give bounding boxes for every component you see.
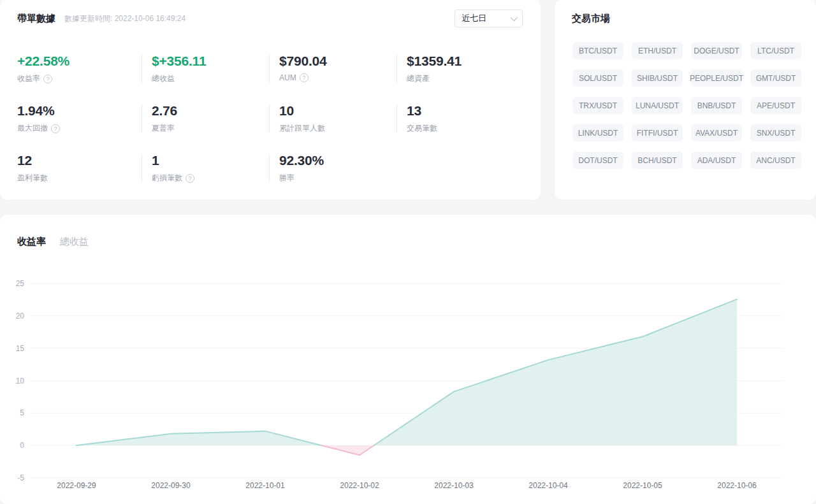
market-pair-chip[interactable]: GMT/USDT <box>750 69 801 87</box>
help-icon[interactable]: ? <box>51 124 60 133</box>
stat-label: 總收益 <box>152 73 269 84</box>
market-pair-chip[interactable]: TRX/USDT <box>572 97 623 114</box>
stat-label: 虧損筆數? <box>152 173 269 184</box>
stat-label: 累計跟單人數 <box>279 123 397 134</box>
stat-divider <box>142 104 142 133</box>
market-pair-chip[interactable]: DOT/USDT <box>572 152 623 169</box>
stat-value: 1.94% <box>17 103 142 119</box>
stat-label: 收益率? <box>17 73 142 84</box>
svg-text:5: 5 <box>20 408 24 417</box>
help-icon[interactable]: ? <box>186 174 194 183</box>
stat-divider <box>269 55 270 83</box>
stat-label: 夏普率 <box>152 123 269 134</box>
svg-text:25: 25 <box>16 279 25 288</box>
svg-text:15: 15 <box>16 344 25 353</box>
market-pair-chip[interactable]: SHIB/USDT <box>632 69 683 87</box>
svg-text:20: 20 <box>16 312 25 320</box>
stat-value: 2.76 <box>152 103 269 119</box>
market-pair-chip[interactable]: BCH/USDT <box>632 152 683 169</box>
stat-divider <box>397 55 397 83</box>
market-pair-chip[interactable]: LINK/USDT <box>572 124 623 141</box>
stat-label-text: 盈利筆數 <box>17 173 48 184</box>
market-pair-chip[interactable]: LUNA/USDT <box>632 97 683 114</box>
stat-label: 勝率 <box>279 173 397 184</box>
stat-value: +22.58% <box>17 54 142 69</box>
stat-label: 交易筆數 <box>407 123 528 134</box>
stat-divider <box>397 104 397 133</box>
svg-text:2022-10-05: 2022-10-05 <box>623 481 662 490</box>
stats-card-title: 帶單數據 <box>17 13 55 25</box>
chevron-down-icon <box>511 14 518 21</box>
svg-text:2022-10-06: 2022-10-06 <box>717 481 757 490</box>
markets-card-title: 交易市場 <box>572 13 610 25</box>
stat-label-text: 交易筆數 <box>407 123 437 134</box>
stat-cell: 92.30%勝率 <box>269 153 397 203</box>
stat-cell: 2.76夏普率 <box>142 103 269 153</box>
market-pair-chip[interactable]: FITFI/USDT <box>632 124 683 141</box>
performance-chart-card: 收益率總收益 2520151050-52022-09-292022-09-302… <box>0 215 816 504</box>
svg-text:0: 0 <box>20 441 24 450</box>
period-select[interactable]: 近七日 <box>455 10 523 27</box>
stat-label: 總資產 <box>407 73 528 84</box>
market-pair-chip[interactable]: DOGE/USDT <box>691 42 742 59</box>
market-pairs-grid: BTC/USDTETH/USDTDOGE/USDTLTC/USDTSOL/USD… <box>572 42 801 169</box>
market-pair-chip[interactable]: SNX/USDT <box>750 124 801 141</box>
stat-divider <box>269 104 270 133</box>
stat-cell: +22.58%收益率? <box>17 54 142 103</box>
data-update-time: 數據更新時間: 2022-10-06 16:49:24 <box>64 13 186 24</box>
stat-divider <box>269 154 270 182</box>
stat-label: AUM? <box>279 73 397 82</box>
stat-label-text: 勝率 <box>279 173 295 184</box>
stat-cell: 12盈利筆數 <box>17 153 142 203</box>
stat-label-text: 總資產 <box>407 73 430 84</box>
svg-text:2022-10-04: 2022-10-04 <box>528 481 568 490</box>
stat-cell: $+356.11總收益 <box>142 54 269 103</box>
stat-cell: 1虧損筆數? <box>142 153 269 203</box>
svg-text:2022-10-03: 2022-10-03 <box>434 481 474 490</box>
market-pair-chip[interactable]: ETH/USDT <box>632 42 683 59</box>
stat-label-text: 夏普率 <box>152 123 175 134</box>
stat-label-text: 虧損筆數 <box>152 173 182 184</box>
stat-divider <box>142 154 142 182</box>
svg-text:-5: -5 <box>17 473 24 482</box>
market-pair-chip[interactable]: ANC/USDT <box>750 152 801 169</box>
stat-label-text: 累計跟單人數 <box>279 123 325 134</box>
market-pair-chip[interactable]: BTC/USDT <box>572 42 623 59</box>
svg-text:10: 10 <box>16 377 25 385</box>
stat-value: 92.30% <box>279 153 397 168</box>
market-pair-chip[interactable]: PEOPLE/USDT <box>691 69 742 87</box>
stat-value: 10 <box>279 103 397 119</box>
market-pair-chip[interactable]: SOL/USDT <box>572 69 623 87</box>
market-pair-chip[interactable]: ADA/USDT <box>691 152 742 169</box>
period-select-value: 近七日 <box>462 13 511 24</box>
stat-value: $790.04 <box>279 54 397 69</box>
help-icon[interactable]: ? <box>300 73 309 82</box>
return-rate-area-chart: 2520151050-52022-09-292022-09-302022-10-… <box>0 215 816 504</box>
svg-text:2022-09-30: 2022-09-30 <box>151 481 191 490</box>
svg-text:2022-09-29: 2022-09-29 <box>57 481 96 490</box>
market-pair-chip[interactable]: AVAX/USDT <box>691 124 742 141</box>
market-pair-chip[interactable]: LTC/USDT <box>750 42 801 59</box>
stat-cell: 13交易筆數 <box>397 103 528 153</box>
stat-cell: 1.94%最大回撤? <box>17 103 142 153</box>
stat-label: 最大回撤? <box>17 123 142 134</box>
market-pair-chip[interactable]: BNB/USDT <box>691 97 742 114</box>
stat-label-text: AUM <box>279 73 296 82</box>
lead-trading-stats-card: 帶單數據 數據更新時間: 2022-10-06 16:49:24 近七日 +22… <box>0 0 541 199</box>
stat-cell: $790.04AUM? <box>269 54 397 103</box>
help-icon[interactable]: ? <box>43 75 52 83</box>
market-pair-chip[interactable]: APE/USDT <box>750 97 801 114</box>
trading-markets-card: 交易市場 BTC/USDTETH/USDTDOGE/USDTLTC/USDTSO… <box>555 0 816 199</box>
stat-value: 13 <box>407 103 528 119</box>
stat-value: 1 <box>152 153 269 168</box>
svg-text:2022-10-01: 2022-10-01 <box>245 481 285 490</box>
stat-cell: $1359.41總資產 <box>397 54 528 103</box>
stat-label: 盈利筆數 <box>17 173 142 184</box>
stat-label-text: 收益率 <box>17 73 40 84</box>
stats-grid: +22.58%收益率?$+356.11總收益$790.04AUM?$1359.4… <box>17 54 528 203</box>
stat-value: $+356.11 <box>152 54 269 69</box>
stat-label-text: 總收益 <box>152 73 175 84</box>
stat-cell: 10累計跟單人數 <box>269 103 397 153</box>
stat-label-text: 最大回撤 <box>17 123 48 134</box>
stat-value: 12 <box>17 153 142 168</box>
